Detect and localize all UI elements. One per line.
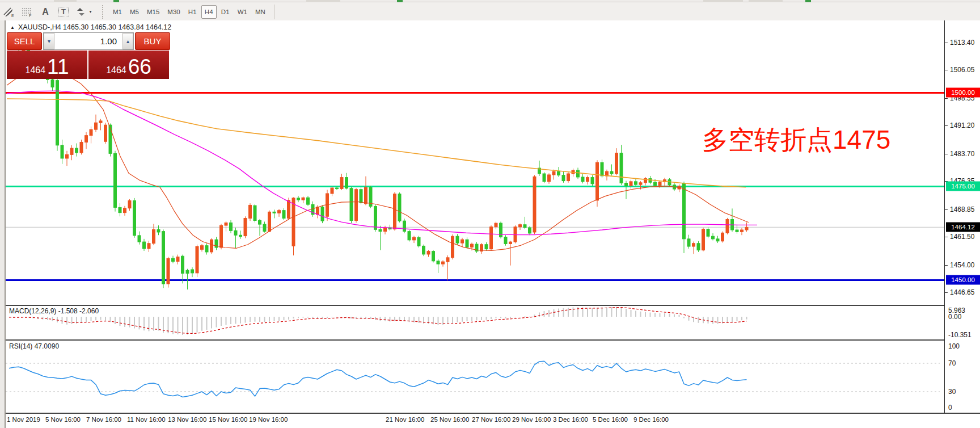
candle-body — [191, 270, 194, 273]
time-axis-label: 19 Nov 16:00 — [249, 416, 288, 423]
candle-body — [697, 244, 700, 250]
text-icon[interactable]: A — [36, 5, 54, 19]
price-tick-mark — [945, 265, 948, 266]
candle-body — [75, 148, 78, 153]
chart-annotation-text[interactable]: 多空转折点1475 — [702, 123, 890, 158]
candle-body — [586, 178, 589, 182]
candle-body — [423, 246, 425, 254]
equidistant-channel-icon[interactable]: E — [0, 5, 18, 19]
price-tick-label: 1461.50 — [950, 233, 974, 241]
timeframe-toolbar: M1M5M15M30H1H4D1W1MN — [109, 5, 269, 19]
partial-button — [54, 0, 77, 2]
candle-body — [687, 239, 690, 246]
arrows-icon[interactable]: ▾ — [73, 5, 96, 19]
timeframe-button-m15[interactable]: M15 — [143, 5, 163, 19]
volume-increase-button[interactable]: ▴ — [122, 33, 133, 49]
candle-body — [104, 125, 107, 141]
collapse-arrow-icon[interactable]: ▲ — [10, 25, 15, 30]
buy-button[interactable]: BUY — [135, 32, 170, 50]
volume-decrease-button[interactable]: ▾ — [44, 33, 54, 49]
candle-body — [577, 170, 580, 177]
fibonacci-icon[interactable]: F — [18, 5, 36, 19]
candle-body — [379, 229, 382, 231]
candle-body — [432, 251, 435, 261]
candle-body — [133, 201, 136, 236]
panel-separator[interactable] — [6, 339, 944, 341]
time-axis-label: 9 Dec 16:00 — [633, 416, 669, 423]
partial-button — [749, 0, 783, 2]
sell-price-pips: 11 — [47, 58, 69, 77]
timeframe-button-mn[interactable]: MN — [252, 5, 269, 19]
candle-body — [186, 270, 189, 273]
candle-body — [427, 251, 430, 254]
price-tick-label: 1506.05 — [950, 66, 974, 74]
timeframe-button-m5[interactable]: M5 — [126, 5, 142, 19]
candle-body — [172, 258, 175, 261]
candle-body — [408, 232, 411, 240]
timeframe-button-d1[interactable]: D1 — [218, 5, 233, 19]
candle-body — [639, 183, 642, 184]
text-label-icon[interactable]: T — [54, 5, 73, 19]
sell-price-display[interactable]: 1464 11 — [7, 51, 87, 79]
buy-price-display[interactable]: 1464 66 — [88, 51, 169, 79]
candle-body — [509, 242, 512, 244]
price-badge-1450.00: 1450.00 — [946, 275, 980, 285]
time-axis-label: 7 Nov 16:00 — [86, 416, 121, 423]
candle-body — [80, 142, 83, 153]
candle-body — [85, 136, 88, 142]
price-tick-mark — [945, 43, 948, 43]
buy-price-main: 1464 — [106, 66, 126, 75]
price-tick-label: 1483.70 — [950, 150, 974, 158]
price-badge-1500.00: 1500.00 — [946, 88, 980, 98]
candle-body — [307, 198, 310, 204]
time-axis-label: 25 Nov 16:00 — [430, 416, 469, 423]
candle-body — [707, 229, 709, 237]
price-tick-mark — [945, 125, 948, 126]
timeframe-button-h4[interactable]: H4 — [201, 5, 217, 19]
candle-body — [461, 240, 464, 243]
candle-body — [61, 145, 64, 158]
timeframe-button-w1[interactable]: W1 — [234, 5, 251, 19]
moving-average-line — [7, 99, 746, 187]
toolbar-grip[interactable] — [102, 5, 107, 19]
candle-body — [176, 257, 179, 262]
candle-body — [456, 236, 459, 243]
candle-body — [504, 237, 507, 244]
panel-separator[interactable] — [6, 305, 944, 306]
rsi-label: RSI(14) 47.0090 — [9, 342, 59, 350]
candle-body — [442, 262, 445, 264]
candle-body — [394, 194, 396, 229]
rsi-pane[interactable] — [6, 341, 944, 413]
timeframe-button-h1[interactable]: H1 — [185, 5, 200, 19]
indicator-axis-label: 0.00 — [948, 313, 961, 321]
candle-body — [485, 245, 488, 249]
chart-title: ▲ XAUUSD-,H4 1465.30 1465.30 1463.84 146… — [10, 23, 171, 31]
timeframe-button-m1[interactable]: M1 — [109, 5, 125, 19]
price-tick-label: 1513.40 — [950, 39, 974, 47]
price-badge-1464.12: 1464.12 — [946, 223, 980, 232]
candle-body — [181, 256, 184, 273]
time-axis-label: 3 Dec 16:00 — [553, 416, 588, 423]
candle-body — [234, 230, 237, 235]
candle-body — [745, 227, 748, 230]
candle-body — [519, 225, 522, 227]
candle-body — [124, 208, 126, 213]
sell-button[interactable]: SELL — [7, 32, 42, 50]
candle-body — [70, 148, 73, 154]
candle-body — [220, 225, 223, 247]
time-axis[interactable]: 1 Nov 20195 Nov 16:007 Nov 16:0011 Nov 1… — [6, 414, 980, 428]
time-axis-label: 5 Dec 16:00 — [593, 416, 628, 423]
indicator-axis-label: 70 — [948, 359, 956, 367]
price-tick-mark — [945, 98, 948, 99]
volume-input[interactable]: 1.00 — [54, 33, 122, 49]
price-axis[interactable]: 1513.401506.051498.551491.201483.701476.… — [945, 20, 980, 413]
candle-body — [635, 182, 637, 184]
candle-body — [471, 244, 474, 247]
partial-icon — [805, 0, 811, 2]
candle-body — [157, 229, 160, 232]
price-tick-mark — [945, 237, 948, 237]
candle-body — [615, 153, 618, 174]
timeframe-button-m30[interactable]: M30 — [164, 5, 183, 19]
macd-pane[interactable] — [6, 307, 944, 339]
time-axis-label: 13 Nov 16:00 — [168, 416, 206, 423]
